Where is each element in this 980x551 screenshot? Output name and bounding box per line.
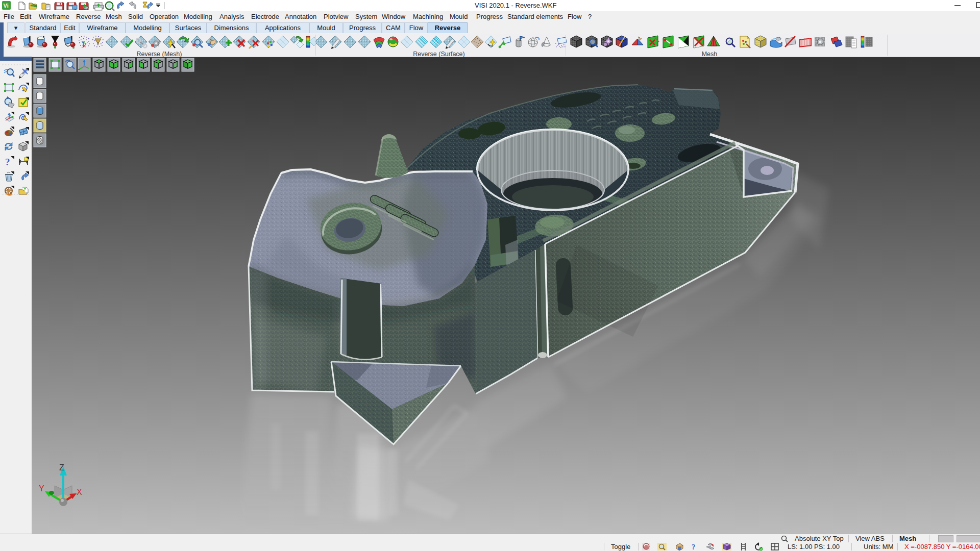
svg-text:?: ?	[692, 543, 696, 551]
svg-text:Y: Y	[39, 484, 44, 493]
svg-text:Vi: Vi	[4, 3, 9, 9]
svg-text:X: X	[77, 488, 82, 496]
svg-text:Z: Z	[59, 463, 64, 472]
svg-text:?: ?	[5, 157, 10, 167]
